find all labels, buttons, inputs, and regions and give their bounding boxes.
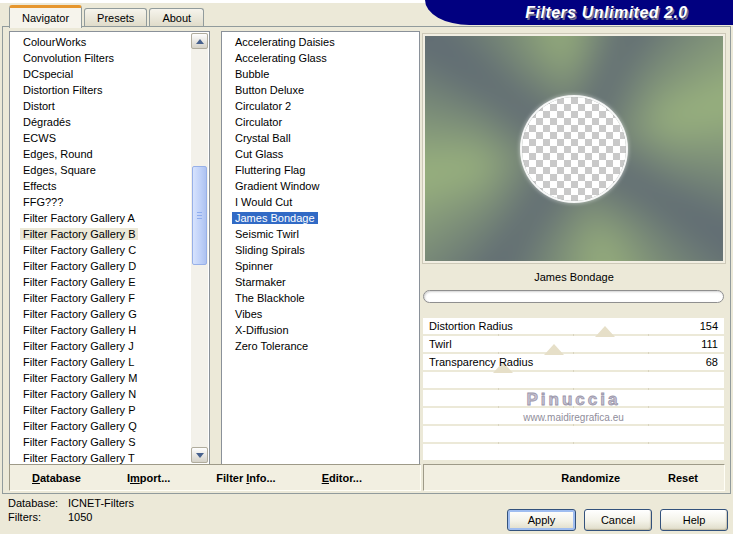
empty-slider-row bbox=[423, 444, 724, 460]
category-list-item[interactable]: Dégradés bbox=[10, 114, 209, 130]
filter-list-item[interactable]: Accelerating Daisies bbox=[222, 34, 419, 50]
tab-bar: NavigatorPresetsAbout bbox=[9, 4, 206, 27]
category-list-item[interactable]: DCspecial bbox=[10, 66, 209, 82]
filter-list-item[interactable]: Sliding Spirals bbox=[222, 242, 419, 258]
filter-list-item[interactable]: Circulator 2 bbox=[222, 98, 419, 114]
category-list-item[interactable]: Distortion Filters bbox=[10, 82, 209, 98]
filter-info-button[interactable]: Filter Info... bbox=[216, 472, 275, 484]
category-list-item[interactable]: Filter Factory Gallery H bbox=[10, 322, 209, 338]
category-list-item[interactable]: Filter Factory Gallery C bbox=[10, 242, 209, 258]
import-button[interactable]: Import... bbox=[127, 472, 170, 484]
slider-thumb[interactable] bbox=[595, 326, 615, 337]
filter-list-item[interactable]: Zero Tolerance bbox=[222, 338, 419, 354]
left-toolbar: Database Import... Filter Info... Editor… bbox=[9, 464, 421, 491]
reset-button[interactable]: Reset bbox=[668, 472, 698, 484]
slider-label: Transparency Radius bbox=[429, 354, 533, 370]
category-list-item[interactable]: Filter Factory Gallery T bbox=[10, 450, 209, 465]
category-list-item[interactable]: Filter Factory Gallery J bbox=[10, 338, 209, 354]
filter-list-item[interactable]: Cut Glass bbox=[222, 146, 419, 162]
category-list-item[interactable]: Distort bbox=[10, 98, 209, 114]
slider-row[interactable]: Twirl 111 bbox=[423, 336, 724, 352]
filter-list-item[interactable]: Seismic Twirl bbox=[222, 226, 419, 242]
category-list-item[interactable]: Filter Factory Gallery S bbox=[10, 434, 209, 450]
slider-rows: Distortion Radius 154 Twirl 111 Transpar… bbox=[423, 318, 724, 370]
randomize-button[interactable]: Randomize bbox=[561, 472, 620, 484]
window-title: Filters Unlimited 2.0 bbox=[525, 4, 688, 22]
help-button[interactable]: Help bbox=[660, 509, 728, 531]
filter-preview[interactable] bbox=[423, 34, 725, 263]
filter-list-item[interactable]: The Blackhole bbox=[222, 290, 419, 306]
filter-list-item[interactable]: Accelerating Glass bbox=[222, 50, 419, 66]
tab[interactable]: Navigator bbox=[9, 5, 82, 28]
selected-filter-name: James Bondage bbox=[423, 266, 725, 288]
empty-slider-row bbox=[423, 426, 724, 442]
filter-list-item[interactable]: Spinner bbox=[222, 258, 419, 274]
filter-list: Accelerating DaisiesAccelerating GlassBu… bbox=[222, 34, 419, 354]
category-list-item[interactable]: Filter Factory Gallery E bbox=[10, 274, 209, 290]
scrollbar-thumb[interactable] bbox=[192, 166, 207, 265]
navigator-tab-page: ColourWorksConvolution FiltersDCspecialD… bbox=[2, 26, 731, 494]
filters-status-row: Filters:1050 bbox=[8, 510, 134, 524]
filter-list-item[interactable]: Gradient Window bbox=[222, 178, 419, 194]
filter-list-item[interactable]: Starmaker bbox=[222, 274, 419, 290]
filter-list-item[interactable]: I Would Cut bbox=[222, 194, 419, 210]
slider-thumb[interactable] bbox=[544, 344, 564, 355]
slider-label: Twirl bbox=[429, 336, 452, 352]
filter-list-item[interactable]: X-Diffusion bbox=[222, 322, 419, 338]
scroll-down-button[interactable] bbox=[191, 447, 208, 463]
category-list-item[interactable]: Edges, Round bbox=[10, 146, 209, 162]
category-list-item[interactable]: Filter Factory Gallery G bbox=[10, 306, 209, 322]
tab[interactable]: Presets bbox=[84, 8, 147, 28]
filter-list-item[interactable]: Bubble bbox=[222, 66, 419, 82]
cancel-button[interactable]: Cancel bbox=[584, 509, 652, 531]
right-toolbar: Randomize Reset bbox=[423, 464, 725, 491]
category-list-item[interactable]: Filter Factory Gallery B bbox=[10, 226, 209, 242]
filter-list-item[interactable]: Vibes bbox=[222, 306, 419, 322]
transparency-checker-circle bbox=[522, 97, 626, 201]
filters-status-value: 1050 bbox=[68, 511, 92, 523]
parameter-panel: Distortion Radius 154 Twirl 111 Transpar… bbox=[423, 318, 724, 460]
category-list-item[interactable]: Filter Factory Gallery D bbox=[10, 258, 209, 274]
filters-unlimited-window: Filters Unlimited 2.0 NavigatorPresetsAb… bbox=[0, 0, 733, 534]
filter-list-item[interactable]: James Bondage bbox=[222, 210, 419, 226]
progress-bar bbox=[423, 290, 724, 303]
filter-list-item[interactable]: Fluttering Flag bbox=[222, 162, 419, 178]
chevron-down-icon bbox=[196, 453, 204, 458]
editor-button[interactable]: Editor... bbox=[322, 472, 362, 484]
category-list-item[interactable]: Convolution Filters bbox=[10, 50, 209, 66]
category-list-item[interactable]: ECWS bbox=[10, 130, 209, 146]
database-status-row: Database:ICNET-Filters bbox=[8, 496, 134, 510]
category-listbox: ColourWorksConvolution FiltersDCspecialD… bbox=[9, 31, 210, 465]
category-list-item[interactable]: Edges, Square bbox=[10, 162, 209, 178]
window-title-band: Filters Unlimited 2.0 bbox=[425, 0, 733, 25]
category-list-item[interactable]: Filter Factory Gallery Q bbox=[10, 418, 209, 434]
category-list-item[interactable]: Filter Factory Gallery M bbox=[10, 370, 209, 386]
filter-list-item[interactable]: Crystal Ball bbox=[222, 130, 419, 146]
category-list-item[interactable]: ColourWorks bbox=[10, 34, 209, 50]
status-area: Database:ICNET-Filters Filters:1050 bbox=[8, 496, 134, 524]
slider-label: Distortion Radius bbox=[429, 318, 513, 334]
category-list-item[interactable]: Effects bbox=[10, 178, 209, 194]
apply-button[interactable]: Apply bbox=[507, 509, 576, 531]
category-list: ColourWorksConvolution FiltersDCspecialD… bbox=[10, 34, 209, 465]
category-scrollbar[interactable] bbox=[191, 33, 208, 463]
database-button[interactable]: Database bbox=[32, 472, 81, 484]
slider-value: 154 bbox=[700, 318, 718, 334]
database-status-label: Database: bbox=[8, 496, 68, 510]
scroll-up-button[interactable] bbox=[191, 33, 208, 49]
category-list-item[interactable]: Filter Factory Gallery A bbox=[10, 210, 209, 226]
chevron-up-icon bbox=[196, 39, 204, 44]
category-list-item[interactable]: FFG??? bbox=[10, 194, 209, 210]
category-list-item[interactable]: Filter Factory Gallery F bbox=[10, 290, 209, 306]
filters-status-label: Filters: bbox=[8, 510, 68, 524]
slider-row[interactable]: Transparency Radius 68 bbox=[423, 354, 724, 370]
filter-list-item[interactable]: Button Deluxe bbox=[222, 82, 419, 98]
category-list-item[interactable]: Filter Factory Gallery L bbox=[10, 354, 209, 370]
database-status-value: ICNET-Filters bbox=[68, 497, 134, 509]
category-list-item[interactable]: Filter Factory Gallery P bbox=[10, 402, 209, 418]
empty-slider-row bbox=[423, 408, 724, 424]
category-list-item[interactable]: Filter Factory Gallery N bbox=[10, 386, 209, 402]
tab[interactable]: About bbox=[149, 8, 204, 28]
slider-row[interactable]: Distortion Radius 154 bbox=[423, 318, 724, 334]
filter-list-item[interactable]: Circulator bbox=[222, 114, 419, 130]
